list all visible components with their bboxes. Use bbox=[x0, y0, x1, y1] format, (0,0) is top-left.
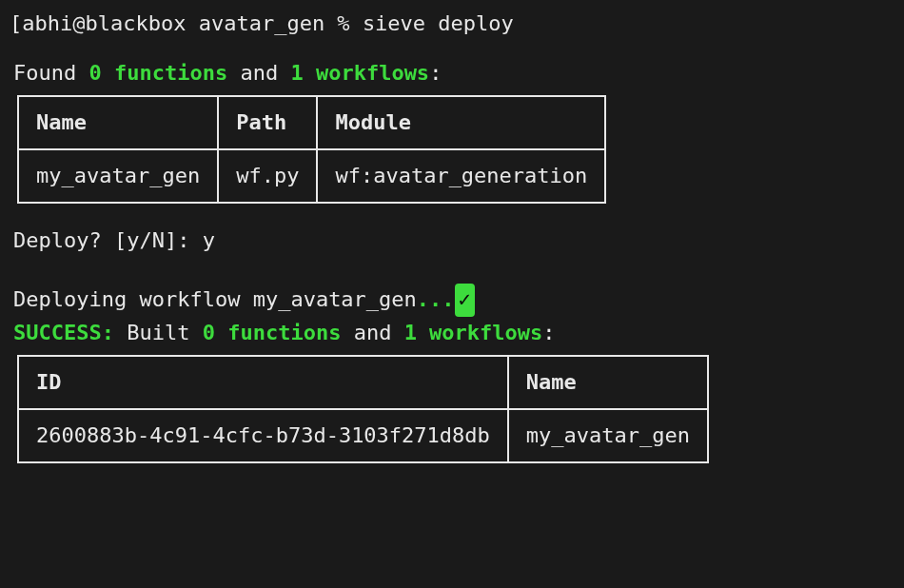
success-label: SUCCESS: bbox=[13, 321, 114, 344]
col-name: Name bbox=[18, 96, 218, 149]
found-functions-count: 0 functions bbox=[88, 61, 227, 85]
col-name: Name bbox=[508, 356, 708, 409]
workflows-table: Name Path Module my_avatar_gen wf.py wf:… bbox=[17, 95, 606, 204]
cell-module: wf:avatar_generation bbox=[317, 149, 605, 203]
col-id: ID bbox=[18, 356, 508, 409]
col-path: Path bbox=[218, 96, 317, 149]
cell-path: wf.py bbox=[218, 149, 317, 203]
check-icon: ✓ bbox=[455, 284, 475, 316]
found-prefix: Found bbox=[13, 61, 88, 85]
cell-name: my_avatar_gen bbox=[508, 409, 708, 462]
success-summary: SUCCESS: Built 0 functions and 1 workflo… bbox=[10, 317, 894, 349]
found-summary: Found 0 functions and 1 workflows: bbox=[10, 57, 894, 89]
table-row: 2600883b-4c91-4cfc-b73d-3103f271d8db my_… bbox=[18, 409, 708, 462]
deploy-answer[interactable]: y bbox=[203, 228, 215, 252]
table-header-row: Name Path Module bbox=[18, 96, 605, 149]
cell-id: 2600883b-4c91-4cfc-b73d-3103f271d8db bbox=[18, 409, 508, 462]
success-mid: and bbox=[341, 321, 403, 344]
found-workflows-count: 1 workflows bbox=[290, 61, 429, 85]
deploying-text: Deploying workflow my_avatar_gen bbox=[13, 287, 417, 311]
deploy-question: Deploy? [y/N]: bbox=[13, 228, 203, 252]
shell-prompt: [abhi@blackbox avatar_gen % sieve deploy bbox=[10, 8, 894, 40]
success-built: Built bbox=[114, 321, 203, 344]
success-workflows-count: 1 workflows bbox=[404, 321, 543, 344]
deploying-dots: ... bbox=[417, 287, 455, 311]
table-header-row: ID Name bbox=[18, 356, 708, 409]
deploy-confirmation: Deploy? [y/N]: y bbox=[10, 225, 894, 257]
deployed-table: ID Name 2600883b-4c91-4cfc-b73d-3103f271… bbox=[17, 355, 709, 463]
command-text: sieve deploy bbox=[363, 11, 514, 35]
found-suffix: : bbox=[429, 61, 442, 85]
deploying-status: Deploying workflow my_avatar_gen...✓ bbox=[10, 284, 894, 316]
col-module: Module bbox=[317, 96, 605, 149]
table-row: my_avatar_gen wf.py wf:avatar_generation bbox=[18, 149, 605, 203]
success-functions-count: 0 functions bbox=[203, 321, 342, 344]
success-suffix: : bbox=[542, 321, 555, 344]
prompt-prefix: [abhi@blackbox avatar_gen % bbox=[10, 11, 363, 35]
found-mid: and bbox=[227, 61, 290, 85]
cell-name: my_avatar_gen bbox=[18, 149, 218, 203]
